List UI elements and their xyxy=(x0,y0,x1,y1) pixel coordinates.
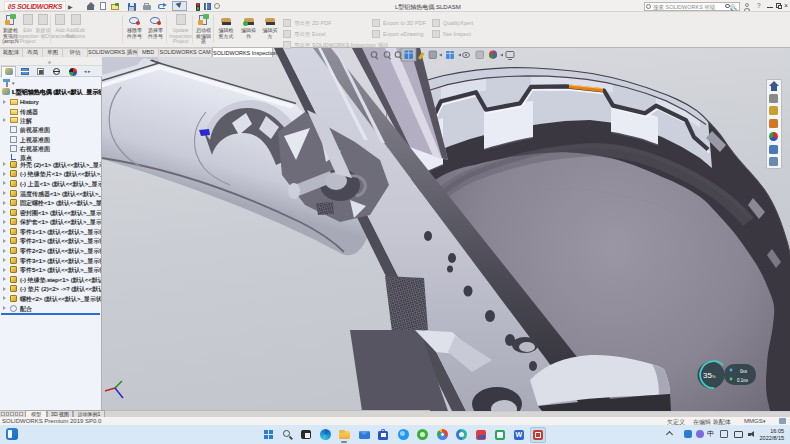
svg-text:0.1KM: 0.1KM xyxy=(737,378,748,383)
svg-text:0KM: 0KM xyxy=(740,369,748,374)
